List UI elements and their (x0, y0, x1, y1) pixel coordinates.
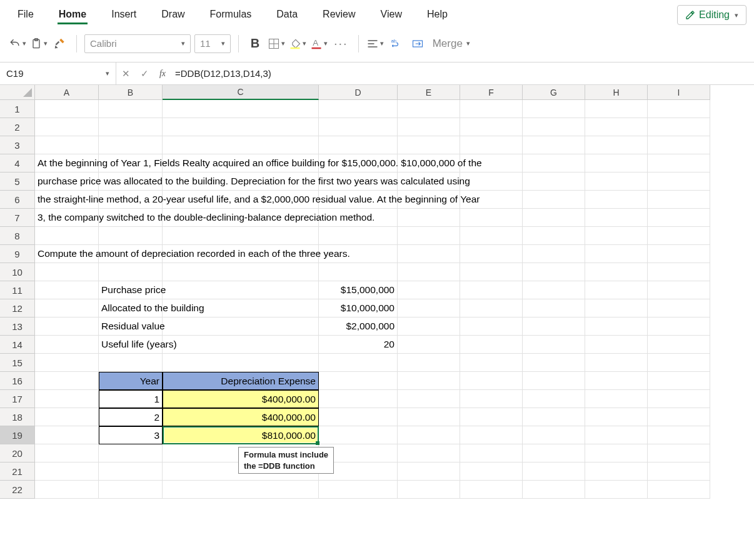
undo-button[interactable]: ▾ (9, 34, 26, 54)
row-header-12[interactable]: 12 (0, 299, 35, 318)
accept-formula-button[interactable]: ✓ (135, 68, 154, 79)
chevron-down-icon: ▾ (380, 39, 384, 48)
cell-B12[interactable]: Allocated to the building (99, 299, 163, 318)
borders-icon (268, 38, 280, 50)
menu-insert[interactable]: Insert (101, 4, 146, 26)
cell-D13[interactable]: $2,000,000 (319, 318, 398, 336)
col-header-D[interactable]: D (319, 85, 398, 100)
row-header-14[interactable]: 14 (0, 336, 35, 354)
align-button[interactable]: ▾ (366, 34, 384, 54)
merge-dropdown[interactable]: Merge ▾ (433, 38, 470, 50)
select-all-corner[interactable] (0, 85, 35, 100)
menu-home[interactable]: Home (49, 4, 96, 26)
cell-B18[interactable]: 2 (99, 408, 163, 426)
row-header-3[interactable]: 3 (0, 136, 35, 154)
col-header-F[interactable]: F (460, 85, 523, 100)
row-header-21[interactable]: 21 (0, 462, 35, 481)
row-header-4[interactable]: 4 (0, 154, 35, 172)
cell-D12[interactable]: $10,000,000 (319, 299, 398, 318)
row-header-10[interactable]: 10 (0, 263, 35, 281)
fx-icon[interactable]: fx (154, 69, 171, 79)
cell-A9[interactable]: Compute the amount of depreciation recor… (35, 245, 99, 263)
tooltip: Formula must include the =DDB function (238, 447, 334, 474)
cell-A7[interactable]: 3, the company switched to the double-de… (35, 209, 99, 227)
paste-button[interactable]: ▾ (30, 34, 48, 54)
col-header-A[interactable]: A (35, 85, 99, 100)
chevron-down-icon: ▾ (735, 11, 738, 19)
cell-C19[interactable]: $810,000.00 (163, 426, 319, 444)
row-header-17[interactable]: 17 (0, 390, 35, 408)
row-header-6[interactable]: 6 (0, 191, 35, 209)
col-header-H[interactable]: H (585, 85, 648, 100)
font-size-select[interactable]: 11 ▾ (194, 34, 231, 53)
menu-review[interactable]: Review (313, 4, 365, 26)
chevron-down-icon: ▾ (221, 39, 225, 48)
cell-B14[interactable]: Useful life (years) (99, 336, 163, 354)
col-header-C[interactable]: C (163, 85, 319, 100)
cancel-formula-button[interactable]: ✕ (116, 68, 135, 79)
menu-help[interactable]: Help (417, 4, 458, 26)
font-color-button[interactable]: A ▾ (310, 34, 328, 54)
cell-A6[interactable]: the straight-line method, a 20-year usef… (35, 191, 99, 209)
align-icon (366, 38, 379, 50)
col-header-I[interactable]: I (648, 85, 710, 100)
editing-label: Editing (699, 9, 730, 21)
tooltip-line1: Formula must include (244, 449, 328, 461)
chevron-down-icon: ▾ (281, 39, 285, 48)
row-header-15[interactable]: 15 (0, 354, 35, 372)
chevron-down-icon: ▾ (44, 39, 48, 48)
bold-button[interactable]: B (246, 34, 264, 54)
cell-C16[interactable]: Depreciation Expense (163, 372, 319, 390)
cell-D14[interactable]: 20 (319, 336, 398, 354)
format-painter-icon (54, 37, 66, 51)
cell-B19[interactable]: 3 (99, 426, 163, 444)
row-header-22[interactable]: 22 (0, 481, 35, 499)
row-header-2[interactable]: 2 (0, 118, 35, 136)
row-header-9[interactable]: 9 (0, 245, 35, 263)
chevron-down-icon: ▾ (23, 39, 26, 48)
row-header-8[interactable]: 8 (0, 227, 35, 245)
menu-draw[interactable]: Draw (151, 4, 194, 26)
borders-button[interactable]: ▾ (268, 34, 285, 54)
svg-text:A: A (313, 38, 318, 48)
cell-B13[interactable]: Residual value (99, 318, 163, 336)
row-header-11[interactable]: 11 (0, 281, 35, 299)
cell-A4[interactable]: At the beginning of Year 1, Fields Realt… (35, 154, 99, 172)
col-header-G[interactable]: G (523, 85, 585, 100)
col-header-E[interactable]: E (398, 85, 460, 100)
undo-icon (9, 38, 21, 50)
menu-view[interactable]: View (371, 4, 412, 26)
more-formatting-button[interactable]: ··· (331, 34, 351, 54)
font-name-select[interactable]: Calibri ▾ (84, 34, 191, 53)
editing-mode-button[interactable]: Editing ▾ (677, 5, 746, 25)
row-header-1[interactable]: 1 (0, 100, 35, 118)
name-box[interactable]: C19 ▾ (0, 62, 116, 84)
merge-button[interactable] (409, 34, 426, 54)
menu-formulas[interactable]: Formulas (200, 4, 262, 26)
tooltip-line2: the =DDB function (244, 461, 328, 472)
formula-input[interactable]: =DDB(D12,D13,D14,3) (171, 68, 754, 79)
menu-data[interactable]: Data (266, 4, 308, 26)
cell-A5[interactable]: purchase price was allocated to the buil… (35, 172, 99, 191)
row-header-20[interactable]: 20 (0, 444, 35, 462)
svg-rect-5 (291, 47, 300, 49)
row-header-16[interactable]: 16 (0, 372, 35, 390)
cell-C18[interactable]: $400,000.00 (163, 408, 319, 426)
chevron-down-icon: ▾ (106, 69, 109, 78)
triangle-icon (23, 88, 32, 97)
cell-B11[interactable]: Purchase price (99, 281, 163, 299)
row-header-7[interactable]: 7 (0, 209, 35, 227)
row-header-19[interactable]: 19 (0, 426, 35, 444)
cell-C17[interactable]: $400,000.00 (163, 390, 319, 408)
wrap-text-button[interactable]: ab (388, 34, 405, 54)
col-header-B[interactable]: B (99, 85, 163, 100)
cell-D11[interactable]: $15,000,000 (319, 281, 398, 299)
cell-B17[interactable]: 1 (99, 390, 163, 408)
row-header-13[interactable]: 13 (0, 318, 35, 336)
fill-color-button[interactable]: ▾ (289, 34, 306, 54)
row-header-18[interactable]: 18 (0, 408, 35, 426)
format-painter-button[interactable] (51, 34, 69, 54)
row-header-5[interactable]: 5 (0, 172, 35, 191)
cell-B16[interactable]: Year (99, 372, 163, 390)
menu-file[interactable]: File (8, 4, 44, 26)
